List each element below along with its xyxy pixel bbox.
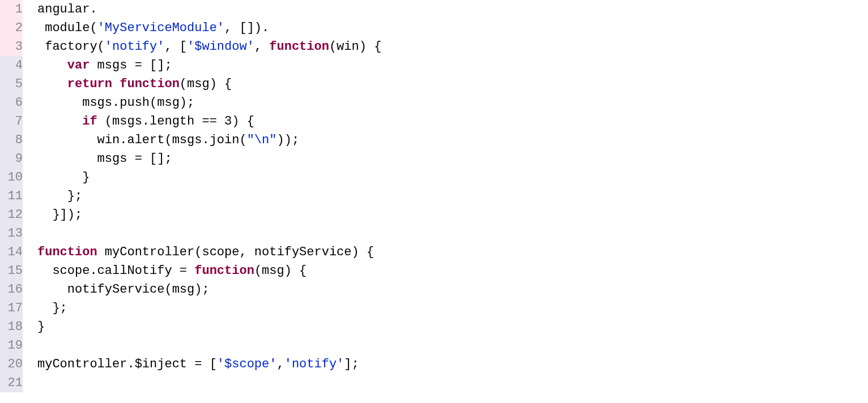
code-line[interactable]: msgs.push(msg); <box>37 93 868 112</box>
code-line[interactable]: module('MyServiceModule', []). <box>37 19 868 37</box>
code-token: scope.callNotify = <box>37 264 194 278</box>
code-token: }]); <box>37 208 82 222</box>
code-token: 'notify' <box>105 40 165 54</box>
code-token: msgs = []; <box>37 152 172 166</box>
code-line[interactable]: if (msgs.length == 3) { <box>37 112 868 131</box>
code-token: factory( <box>37 40 105 54</box>
code-token: myController(scope, notifyService) { <box>97 245 374 259</box>
code-token: 'MyServiceModule' <box>97 21 224 35</box>
code-line[interactable] <box>37 224 868 243</box>
code-token: , <box>276 357 284 371</box>
code-token: (msg) { <box>254 264 307 278</box>
line-number: 6 <box>0 93 23 112</box>
code-token: 'notify' <box>284 357 344 371</box>
code-token: function <box>37 245 97 259</box>
line-number: 4 <box>0 56 23 75</box>
line-number: 1 <box>0 0 23 19</box>
code-token: )); <box>276 133 299 147</box>
line-number: 12 <box>0 205 23 224</box>
code-token: (msg) { <box>180 77 232 91</box>
code-line[interactable]: notifyService(msg); <box>37 280 868 299</box>
line-number: 9 <box>0 149 23 168</box>
code-token: } <box>37 170 90 185</box>
code-line[interactable]: angular. <box>37 0 868 19</box>
code-line[interactable]: } <box>37 318 868 336</box>
line-number: 15 <box>0 261 23 280</box>
line-number: 5 <box>0 75 23 93</box>
code-line[interactable]: return function(msg) { <box>37 75 868 93</box>
code-token: return <box>67 77 112 91</box>
code-line[interactable] <box>37 336 868 355</box>
code-token: module( <box>37 21 97 35</box>
code-line[interactable]: win.alert(msgs.join("\n")); <box>37 131 868 149</box>
line-number: 21 <box>0 374 23 392</box>
line-number: 3 <box>0 37 23 56</box>
line-number: 14 <box>0 243 23 261</box>
line-number: 16 <box>0 280 23 299</box>
code-token: myController.$inject = [ <box>37 357 217 371</box>
code-token: msgs = []; <box>90 58 172 72</box>
code-token: function <box>120 77 180 91</box>
code-line[interactable]: var msgs = []; <box>37 56 868 75</box>
code-token: }; <box>37 301 67 315</box>
line-number-gutter: 123456789101112131415161718192021 <box>0 0 28 392</box>
line-number: 7 <box>0 112 23 131</box>
code-token: var <box>67 58 90 72</box>
code-token <box>37 77 67 91</box>
line-number: 11 <box>0 187 23 205</box>
code-line[interactable]: } <box>37 168 868 187</box>
code-token: notifyService(msg); <box>37 282 210 297</box>
code-token: (msgs.length == 3) { <box>97 114 254 128</box>
code-token: function <box>269 40 329 54</box>
line-number: 20 <box>0 355 23 374</box>
code-token: (win) { <box>329 40 381 54</box>
code-line[interactable]: scope.callNotify = function(msg) { <box>37 261 868 280</box>
line-number: 8 <box>0 131 23 149</box>
code-token: win.alert(msgs.join( <box>37 133 247 147</box>
code-token: }; <box>37 189 82 203</box>
code-token: '$scope' <box>217 357 277 371</box>
code-token: , [ <box>164 40 187 54</box>
line-number: 13 <box>0 224 23 243</box>
code-token: function <box>194 264 254 278</box>
code-token: msgs.push(msg); <box>37 96 194 110</box>
code-line[interactable]: }]); <box>37 205 868 224</box>
code-token: } <box>37 320 45 334</box>
code-editor: 123456789101112131415161718192021 angula… <box>0 0 868 392</box>
code-token <box>37 114 82 128</box>
code-token <box>37 58 67 72</box>
code-line[interactable]: function myController(scope, notifyServi… <box>37 243 868 261</box>
code-token: "\n" <box>247 133 277 147</box>
code-line[interactable]: msgs = []; <box>37 149 868 168</box>
line-number: 18 <box>0 318 23 336</box>
code-token: if <box>82 114 97 128</box>
line-number: 19 <box>0 336 23 355</box>
line-number: 2 <box>0 19 23 37</box>
code-content[interactable]: angular. module('MyServiceModule', []). … <box>28 0 868 392</box>
line-number: 17 <box>0 299 23 318</box>
code-line[interactable]: myController.$inject = ['$scope','notify… <box>37 355 868 374</box>
code-line[interactable]: factory('notify', ['$window', function(w… <box>37 37 868 56</box>
code-token: ]; <box>344 357 359 371</box>
code-token: angular. <box>37 2 97 16</box>
code-line[interactable] <box>37 374 868 392</box>
code-token <box>112 77 120 91</box>
code-line[interactable]: }; <box>37 299 868 318</box>
code-token: , <box>254 40 269 54</box>
code-token: '$window' <box>187 40 254 54</box>
line-number: 10 <box>0 168 23 187</box>
code-line[interactable]: }; <box>37 187 868 205</box>
code-token: , []). <box>224 21 269 35</box>
